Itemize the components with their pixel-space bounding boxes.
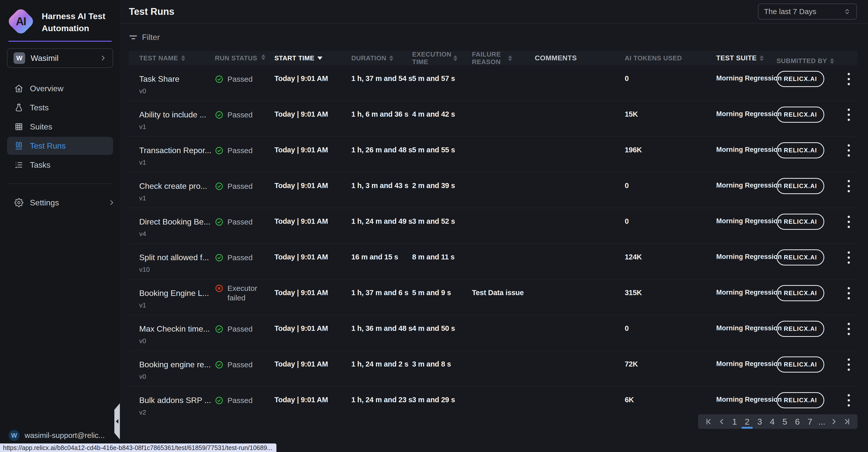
table-row[interactable]: Check create pro... v1 Passed Today | 9:… — [129, 173, 858, 208]
sort-icons — [508, 55, 512, 61]
run-status-cell: Passed — [215, 315, 274, 351]
test-name-cell: Check create pro... v1 — [139, 173, 215, 208]
col-run-status[interactable]: RUN STATUS — [215, 54, 274, 62]
sort-desc-icon — [830, 61, 834, 64]
org-name: Wasimil — [31, 54, 94, 63]
failure-reason-cell — [472, 101, 535, 136]
page-2-button-active[interactable]: 2 — [741, 414, 753, 429]
sort-icons — [760, 55, 764, 61]
select-chevrons-icon — [843, 8, 851, 15]
col-execution-time[interactable]: EXECUTION TIME — [412, 51, 472, 66]
start-time-cell: Today | 9:01 AM — [274, 65, 351, 100]
test-name-link[interactable]: Ability to include ... — [139, 110, 215, 119]
pagination-ellipsis: ... — [816, 417, 827, 427]
chevron-left-icon — [116, 419, 118, 424]
test-name-link[interactable]: Split not allowed f... — [139, 253, 215, 262]
sidebar-item-settings[interactable]: Settings — [0, 193, 120, 212]
start-time-cell: Today | 9:01 AM — [274, 279, 351, 315]
test-name-link[interactable]: Transaction Repor... — [139, 146, 215, 155]
sidebar-item-label: Suites — [30, 122, 52, 131]
col-failure-reason[interactable]: FAILURE REASON — [472, 51, 535, 66]
table-row[interactable]: Booking Engine L... v1 Executor failed T… — [129, 279, 858, 315]
comments-cell — [535, 387, 625, 422]
col-comments[interactable]: COMMENTS — [535, 54, 625, 62]
table-row[interactable]: Ability to include ... v1 Passed Today |… — [129, 101, 858, 137]
submitted-by-badge: RELICX.AI — [777, 321, 824, 337]
kebab-menu-icon[interactable] — [844, 285, 854, 315]
test-name-link[interactable]: Booking engine re... — [139, 360, 215, 369]
first-page-button[interactable] — [702, 414, 715, 429]
ai-tokens-cell: 315K — [625, 279, 716, 315]
page-7-button[interactable]: 7 — [804, 414, 816, 429]
sidebar-divider — [7, 183, 113, 184]
kebab-menu-icon[interactable] — [844, 321, 854, 351]
col-test-name[interactable]: TEST NAME — [139, 54, 215, 62]
date-range-select[interactable]: The last 7 Days — [758, 3, 857, 20]
failure-reason-cell — [472, 208, 535, 243]
run-status-cell: Passed — [215, 387, 274, 422]
duration-cell: 16 m and 15 s — [351, 244, 412, 279]
test-name-cell: Transaction Repor... v1 — [139, 137, 215, 172]
page-6-button[interactable]: 6 — [791, 414, 804, 429]
col-start-time[interactable]: START TIME — [274, 54, 351, 62]
check-circle-icon — [215, 75, 223, 84]
row-actions-cell — [840, 315, 858, 351]
sidebar-item-label: Settings — [30, 198, 59, 207]
col-ai-tokens-used[interactable]: AI TOKENS USED — [625, 54, 716, 62]
kebab-menu-icon[interactable] — [844, 143, 854, 172]
sidebar-item-label: Overview — [30, 84, 63, 93]
last-page-button[interactable] — [840, 414, 854, 429]
kebab-menu-icon[interactable] — [844, 250, 854, 279]
start-time-cell: Today | 9:01 AM — [274, 351, 351, 386]
filter-icon — [129, 35, 137, 39]
sort-icons — [181, 55, 185, 61]
table-row[interactable]: Task Share v0 Passed Today | 9:01 AM 1 h… — [129, 65, 858, 101]
comments-cell — [535, 351, 625, 386]
sort-desc-icon — [760, 59, 764, 61]
col-duration[interactable]: DURATION — [351, 54, 412, 62]
sidebar-item-label: Tests — [30, 103, 49, 112]
sort-icons — [830, 58, 834, 64]
test-name-link[interactable]: Booking Engine L... — [139, 289, 215, 298]
kebab-menu-icon[interactable] — [844, 214, 854, 243]
kebab-menu-icon[interactable] — [844, 357, 854, 386]
run-status-text: Passed — [227, 217, 253, 227]
next-page-button[interactable] — [827, 414, 840, 429]
chevron-right-icon — [99, 55, 106, 62]
table-row[interactable]: Direct Booking Be... v4 Passed Today | 9… — [129, 208, 858, 244]
test-name-link[interactable]: Check create pro... — [139, 181, 215, 191]
col-test-suite[interactable]: TEST SUITE — [716, 54, 777, 62]
comments-cell — [535, 101, 625, 136]
test-name-link[interactable]: Bulk addons SRP ... — [139, 396, 215, 405]
org-selector[interactable]: W Wasimil — [7, 48, 113, 68]
table-row[interactable]: Max Checkin time... v0 Passed Today | 9:… — [129, 315, 858, 351]
sidebar-item-suites[interactable]: Suites — [0, 117, 120, 136]
col-submitted-by[interactable]: SUBMITTED BY — [777, 52, 840, 65]
sidebar-item-tests[interactable]: Tests — [0, 98, 120, 117]
sidebar-item-test-runs[interactable]: Test Runs — [7, 137, 113, 155]
user-avatar: W — [8, 430, 20, 441]
prev-page-button[interactable] — [715, 414, 728, 429]
kebab-menu-icon[interactable] — [844, 179, 854, 208]
sidebar-item-overview[interactable]: Overview — [0, 79, 120, 98]
kebab-menu-icon[interactable] — [844, 107, 854, 136]
page-3-button[interactable]: 3 — [753, 414, 766, 429]
pagination: 1 2 3 4 5 6 7 ... — [698, 414, 858, 429]
start-time-cell: Today | 9:01 AM — [274, 387, 351, 422]
page-5-button[interactable]: 5 — [778, 414, 791, 429]
table-row[interactable]: Split not allowed f... v10 Passed Today … — [129, 244, 858, 279]
test-name-link[interactable]: Task Share — [139, 74, 215, 84]
user-account[interactable]: W wasimil-support@relic... — [8, 430, 105, 441]
page-4-button[interactable]: 4 — [766, 414, 778, 429]
filter-button[interactable]: Filter — [129, 33, 160, 42]
kebab-menu-icon[interactable] — [844, 71, 854, 100]
test-version: v2 — [139, 409, 215, 416]
test-name-link[interactable]: Max Checkin time... — [139, 324, 215, 334]
table-row[interactable]: Transaction Repor... v1 Passed Today | 9… — [129, 137, 858, 173]
app-window: AI Harness AI Test Automation W Wasimil … — [0, 0, 868, 452]
sidebar-item-tasks[interactable]: Tasks — [0, 155, 120, 175]
test-name-link[interactable]: Direct Booking Be... — [139, 217, 215, 227]
table-row[interactable]: Booking engine re... v0 Passed Today | 9… — [129, 351, 858, 387]
page-1-button[interactable]: 1 — [728, 414, 741, 429]
run-status-text: Passed — [227, 360, 253, 369]
